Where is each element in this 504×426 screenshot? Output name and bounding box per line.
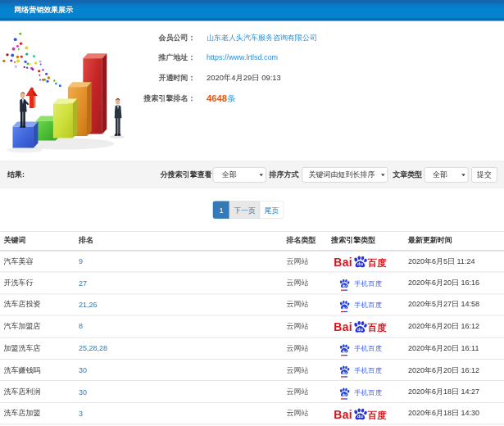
svg-text:du: du — [343, 283, 347, 288]
svg-text:du: du — [343, 392, 347, 397]
svg-text:du: du — [357, 262, 363, 267]
svg-text:du: du — [357, 414, 363, 419]
svg-text:du: du — [343, 349, 347, 353]
svg-text:du: du — [343, 370, 347, 374]
svg-text:du: du — [357, 327, 363, 332]
svg-text:du: du — [343, 306, 347, 310]
